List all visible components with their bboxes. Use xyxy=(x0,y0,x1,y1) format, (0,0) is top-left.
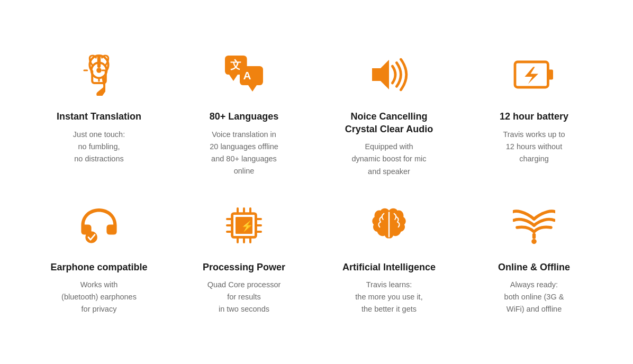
svg-marker-9 xyxy=(372,60,389,89)
instant-translation-title: Instant Translation xyxy=(57,111,141,123)
svg-marker-4 xyxy=(229,75,238,81)
svg-point-13 xyxy=(85,231,97,243)
languages-desc: Voice translation in20 languages offline… xyxy=(210,129,278,178)
feature-ai: Artificial Intelligence Travis learns:th… xyxy=(322,199,456,316)
svg-marker-12 xyxy=(525,67,538,84)
cpu-icon: ⚡ xyxy=(218,199,270,252)
feature-online-offline: Online & Offline Always ready:both onlin… xyxy=(467,199,601,316)
svg-rect-31 xyxy=(532,233,536,239)
online-offline-desc: Always ready:both online (3G &WiFi) and … xyxy=(504,279,564,316)
processing-title: Processing Power xyxy=(203,261,285,274)
features-grid: Instant Translation Just one touch:no fu… xyxy=(0,27,633,336)
feature-earphone: Earphone compatible Works with(bluetooth… xyxy=(32,199,166,316)
feature-instant-translation: Instant Translation Just one touch:no fu… xyxy=(32,48,166,177)
noise-cancelling-desc: Equipped withdynamic boost for micand sp… xyxy=(351,141,426,178)
feature-languages: 文 A 80+ Languages Voice translation in20… xyxy=(177,48,311,177)
wifi-icon xyxy=(508,199,560,252)
svg-rect-11 xyxy=(548,70,553,80)
noise-cancelling-title: Noice CancellingCrystal Clear Audio xyxy=(345,111,433,135)
instant-translation-desc: Just one touch:no fumbling,no distractio… xyxy=(73,129,125,166)
audio-icon xyxy=(363,48,415,101)
brain-icon xyxy=(363,199,415,252)
svg-point-2 xyxy=(96,68,102,74)
feature-processing: ⚡ Processing Power Quad Core processorfo… xyxy=(177,199,311,316)
earphone-icon xyxy=(73,199,125,252)
ai-title: Artificial Intelligence xyxy=(342,261,436,274)
svg-text:A: A xyxy=(243,69,251,81)
battery-icon xyxy=(508,48,560,101)
feature-noise-cancelling: Noice CancellingCrystal Clear Audio Equi… xyxy=(322,48,456,177)
battery-desc: Travis works up to12 hours withoutchargi… xyxy=(503,129,565,166)
battery-title: 12 hour battery xyxy=(500,111,568,123)
touch-icon xyxy=(73,48,125,101)
svg-marker-7 xyxy=(248,85,257,92)
earphone-desc: Works with(bluetooth) earphonesfor priva… xyxy=(61,279,137,316)
processing-desc: Quad Core processorfor resultsin two sec… xyxy=(207,279,281,316)
languages-title: 80+ Languages xyxy=(210,111,279,123)
ai-desc: Travis learns:the more you use it,the be… xyxy=(355,279,422,316)
earphone-title: Earphone compatible xyxy=(50,261,147,274)
online-offline-title: Online & Offline xyxy=(498,261,570,274)
svg-point-30 xyxy=(531,239,537,244)
feature-battery: 12 hour battery Travis works up to12 hou… xyxy=(467,48,601,177)
translate-icon: 文 A xyxy=(218,48,270,101)
svg-text:⚡: ⚡ xyxy=(241,220,254,232)
